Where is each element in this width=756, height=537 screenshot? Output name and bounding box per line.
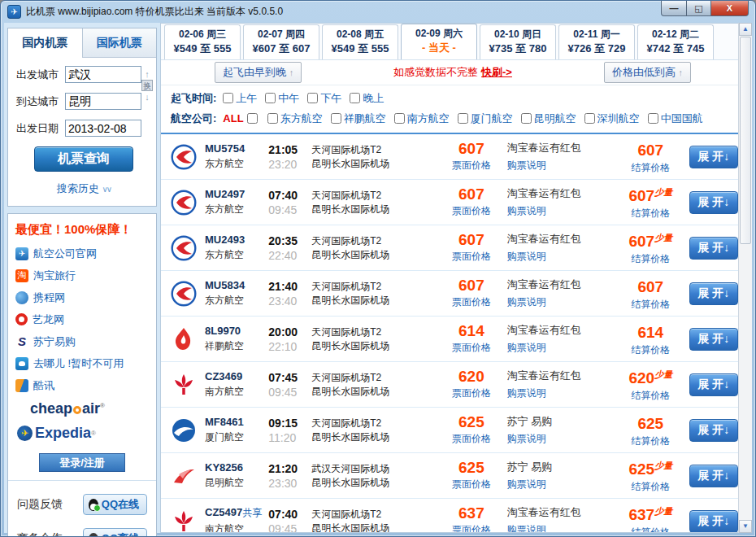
tab-international[interactable]: 国际机票 <box>82 28 157 58</box>
all-airlines-label: ALL <box>223 112 243 124</box>
flight-row: MF8461 厦门航空 09:15 11:20 天河国际机场T2 昆明长水国际机… <box>161 408 738 453</box>
qunar-icon <box>15 357 28 370</box>
face-price-label: 票面价格 <box>436 341 506 355</box>
up-arrow-icon: ↑ <box>679 68 684 77</box>
purchase-info-link[interactable]: 购票说明 <box>507 295 612 309</box>
date-tab[interactable]: 02-06 周三 ¥549 至 555 <box>164 24 241 59</box>
airline-filter-checkbox[interactable]: 厦门航空 <box>458 111 513 126</box>
login-register-button[interactable]: 登录/注册 <box>39 453 125 472</box>
app-icon: ✈ <box>7 5 21 19</box>
date-tab[interactable]: 02-12 周二 ¥742 至 745 <box>637 24 714 59</box>
departure-date-label: 出发日期 <box>16 121 65 136</box>
date-tab[interactable]: 02-11 周一 ¥726 至 729 <box>558 24 635 59</box>
minimize-button[interactable]: — <box>661 1 687 16</box>
feedback-label: 问题反馈 <box>17 497 63 512</box>
time-filter-checkbox[interactable]: 晚上 <box>350 91 384 106</box>
time-filter-checkbox[interactable]: 上午 <box>223 91 257 106</box>
expand-button[interactable]: 展 开↓ <box>689 191 738 214</box>
flight-row: 8L9970 祥鹏航空 20:00 22:10 天河国际机场T2 昆明长水国际机… <box>161 317 738 362</box>
vendor-name: 淘宝春运有红包 <box>507 277 612 292</box>
purchase-info-link[interactable]: 购票说明 <box>507 250 612 264</box>
cheapoair-o-icon <box>73 406 81 414</box>
scrollbar-track[interactable] <box>739 36 752 520</box>
cheapoair-logo: cheapair® <box>30 400 105 417</box>
app-window: ✈ 比机票 www.bijipiao.com 特价机票比出来 当前版本 v5.0… <box>0 0 756 537</box>
partner-link[interactable]: 去哪儿 !暂时不可用 <box>15 352 149 374</box>
expand-button[interactable]: 展 开↓ <box>689 510 738 533</box>
airline-filter-checkbox[interactable]: 深圳航空 <box>584 111 640 126</box>
airline-name: 南方航空 <box>205 385 268 399</box>
partner-link[interactable]: 淘 淘宝旅行 <box>15 264 149 286</box>
vendor-name: 淘宝春运有红包 <box>507 141 612 155</box>
settle-price: 620少量 <box>612 366 689 386</box>
expand-button[interactable]: 展 开↓ <box>689 146 738 168</box>
face-price: 607 <box>436 141 506 157</box>
expand-button[interactable]: 展 开↓ <box>689 328 738 351</box>
departure-city-input[interactable] <box>65 66 141 83</box>
expand-button[interactable]: 展 开↓ <box>689 237 738 260</box>
date-tab[interactable]: 02-08 周五 ¥549 至 555 <box>322 24 398 59</box>
title-bar[interactable]: ✈ 比机票 www.bijipiao.com 特价机票比出来 当前版本 v5.0… <box>1 1 755 23</box>
partner-link[interactable]: 艺龙网 <box>15 308 149 330</box>
purchase-info-link[interactable]: 购票说明 <box>507 386 612 400</box>
expedia-link[interactable]: ✈ Expedia® <box>15 421 149 445</box>
airline-filter-checkbox[interactable]: 南方航空 <box>394 111 450 126</box>
qq-online-button[interactable]: QQ在线 <box>83 494 147 515</box>
ticket-type-tabs: 国内机票 国际机票 <box>8 28 156 58</box>
departure-airport: 天河国际机场T2 <box>311 234 436 248</box>
airline-filter-checkbox[interactable]: 祥鹏航空 <box>331 111 386 126</box>
scroll-down-icon[interactable]: ▼ <box>739 520 752 533</box>
flight-row: CZ5497共享 南方航空 07:40 09:45 天河国际机场T2 昆明长水国… <box>161 499 738 532</box>
scrollbar-thumb[interactable] <box>740 37 751 244</box>
expand-button[interactable]: 展 开↓ <box>689 419 738 442</box>
partner-link[interactable]: ✈ 航空公司官网 <box>15 242 149 264</box>
purchase-info-link[interactable]: 购票说明 <box>507 432 612 446</box>
settle-price: 637少量 <box>612 503 689 523</box>
arrival-time: 11:20 <box>268 431 311 444</box>
expand-button[interactable]: 展 开↓ <box>689 465 738 487</box>
departure-date-input[interactable] <box>65 120 141 137</box>
settle-price-label: 结算价格 <box>612 298 689 312</box>
qq-offline-button[interactable]: QQ离线 <box>83 528 147 537</box>
purchase-info-link[interactable]: 购票说明 <box>507 478 612 491</box>
swap-cities-button[interactable]: ↑换↓ <box>140 69 154 102</box>
maximize-button[interactable]: ◱ <box>687 1 711 16</box>
airline-filter-checkbox[interactable]: 昆明航空 <box>521 111 576 126</box>
time-filter-checkbox[interactable]: 下午 <box>307 91 341 106</box>
arrival-city-input[interactable] <box>65 93 141 110</box>
flight-row: MU2493 东方航空 20:35 22:40 天河国际机场T2 昆明长水国际机… <box>161 225 738 271</box>
vertical-scrollbar[interactable]: ▲ ▼ <box>738 23 752 533</box>
scroll-up-icon[interactable]: ▲ <box>739 23 752 36</box>
expand-button[interactable]: 展 开↓ <box>689 373 738 396</box>
purchase-info-link[interactable]: 购票说明 <box>507 341 612 355</box>
sort-by-price-button[interactable]: 价格由低到高 ↑ <box>604 62 691 83</box>
search-tickets-button[interactable]: 机票查询 <box>34 146 133 172</box>
tab-domestic[interactable]: 国内机票 <box>8 28 82 58</box>
airline-filter-checkbox[interactable]: 中国国航 <box>648 111 703 126</box>
all-airlines-checkbox[interactable] <box>247 113 258 124</box>
swap-icon: 换 <box>141 80 153 91</box>
quick-refresh-link[interactable]: 快刷-> <box>481 66 512 78</box>
close-button[interactable]: X <box>711 1 749 16</box>
partner-link[interactable]: 携程网 <box>15 286 149 308</box>
flight-row: MU5754 东方航空 21:05 23:20 天河国际机场T2 昆明长水国际机… <box>161 134 738 180</box>
arrival-airport: 昆明长水国际机场 <box>311 203 436 216</box>
partner-link[interactable]: S 苏宁易购 <box>15 330 149 352</box>
sort-by-time-button[interactable]: 起飞由早到晚 ↑ <box>215 62 302 83</box>
date-tab[interactable]: 02-09 周六 - 当天 - <box>401 24 477 59</box>
cheapoair-link[interactable]: cheapair® <box>15 396 149 421</box>
window-title: 比机票 www.bijipiao.com 特价机票比出来 当前版本 v5.0.5… <box>26 5 283 19</box>
time-filter-checkbox[interactable]: 中午 <box>265 91 299 106</box>
departure-city-label: 出发城市 <box>16 68 65 82</box>
partner-link[interactable]: 酷讯 <box>15 374 149 396</box>
expand-button[interactable]: 展 开↓ <box>689 282 738 305</box>
purchase-info-link[interactable]: 购票说明 <box>507 159 612 172</box>
airline-filter-checkbox[interactable]: 东方航空 <box>267 111 323 126</box>
content-area: 国内机票 国际机票 出发城市 到达城市 出发日期 <box>4 23 752 533</box>
search-history-link[interactable]: 搜索历史 ∨∨ <box>16 181 151 196</box>
settle-price: 607 <box>612 138 689 159</box>
date-tab[interactable]: 02-10 周日 ¥735 至 780 <box>480 24 556 59</box>
purchase-info-link[interactable]: 购票说明 <box>507 523 612 532</box>
date-tab[interactable]: 02-07 周四 ¥607 至 607 <box>243 24 319 59</box>
purchase-info-link[interactable]: 购票说明 <box>507 204 612 218</box>
